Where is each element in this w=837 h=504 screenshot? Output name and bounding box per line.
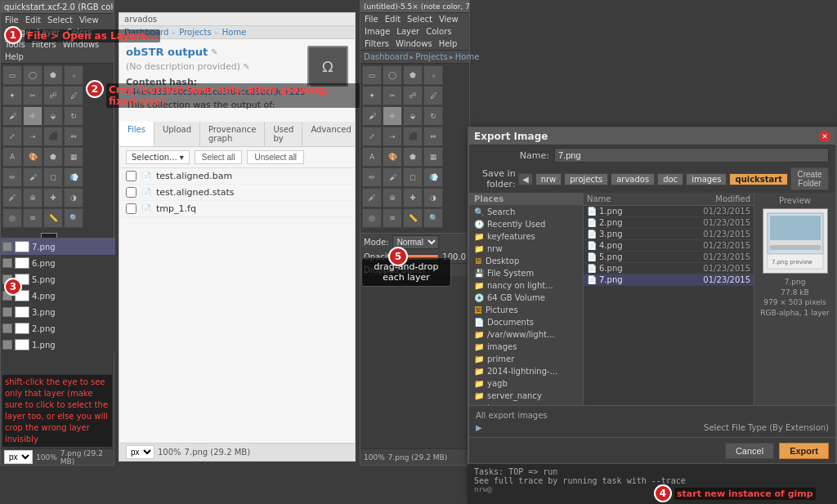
tool-heal[interactable]: ✚	[43, 188, 63, 207]
crumb-quickstart[interactable]: quickstart	[729, 173, 787, 185]
selection-dropdown[interactable]: Selection... ▾	[126, 150, 190, 164]
place-yagb[interactable]: 📁yagb	[469, 377, 583, 390]
tool-free-select[interactable]: ⬟	[43, 65, 63, 85]
tool-r-eraser[interactable]: ◻	[403, 167, 423, 187]
menu-colors-r[interactable]: Colors	[423, 26, 454, 37]
tool-r-scissors[interactable]: ✂	[383, 86, 402, 105]
tool-r-shear[interactable]: ⇢	[383, 127, 402, 146]
layer-eye-2[interactable]	[2, 323, 12, 333]
tool-measure[interactable]: 📏	[43, 208, 63, 228]
tool-r-heal[interactable]: ✚	[403, 188, 423, 207]
tab-provenance[interactable]: Provenance graph	[200, 122, 265, 146]
menu-help[interactable]: Help	[2, 51, 26, 62]
place-varwww[interactable]: 📁/var/www/light...	[469, 328, 583, 341]
select-file-type-row[interactable]: ▶ Select File Type (By Extension)	[476, 421, 829, 434]
tool-colorpicker[interactable]: 🔍	[64, 208, 83, 228]
tool-flip[interactable]: ⇔	[64, 127, 83, 146]
tool-scissors[interactable]: ✂	[23, 86, 43, 105]
place-2014[interactable]: 📁2014-lightning-...	[469, 365, 583, 377]
tool-r-ink[interactable]: 🖋	[362, 188, 382, 207]
menu-layer-r[interactable]: Layer	[394, 26, 422, 37]
tool-dodge[interactable]: ◑	[64, 188, 83, 207]
place-beacon[interactable]: 📁beacon	[469, 402, 583, 405]
place-server-nancy[interactable]: 📁server_nancy	[469, 390, 583, 402]
tool-airbrush[interactable]: 💨	[64, 167, 83, 187]
tab-upload[interactable]: Upload	[154, 122, 200, 146]
crumb-nrw[interactable]: nrw	[535, 173, 562, 185]
tool-color-balance[interactable]: 🎨	[23, 147, 43, 167]
menu-select-r[interactable]: Select	[405, 14, 435, 25]
tool-perspective[interactable]: ⬛	[43, 127, 63, 146]
tool-r-fuzzy[interactable]: ⬦	[423, 65, 443, 85]
tab-advanced[interactable]: Advanced	[302, 122, 356, 146]
tool-r-pencil[interactable]: ✏	[362, 167, 382, 187]
tool-rect-select[interactable]: ▭	[2, 65, 22, 85]
place-64gb[interactable]: 💿64 GB Volume	[469, 292, 583, 304]
tool-clone[interactable]: ⊕	[23, 188, 43, 207]
tool-foreground-select[interactable]: ☍	[43, 86, 63, 105]
tool-r-paths[interactable]: 🖊	[423, 86, 443, 105]
tool-text[interactable]: A	[2, 147, 22, 167]
tool-r-measure[interactable]: 📏	[403, 208, 423, 228]
tool-r-free[interactable]: ⬟	[403, 65, 423, 85]
tool-shear[interactable]: ⇢	[23, 127, 43, 146]
menu-file[interactable]: File	[2, 15, 21, 25]
export-btn[interactable]: Export	[779, 443, 829, 459]
select-file-type-label[interactable]: Select File Type (By Extension)	[704, 423, 829, 432]
tool-r-dodge[interactable]: ◑	[423, 188, 443, 207]
unit-select-left[interactable]: px	[4, 450, 33, 464]
layer-eye-7[interactable]	[2, 242, 12, 252]
tool-r-smudge[interactable]: ≋	[383, 208, 402, 228]
tool-ellipse-select[interactable]: ◯	[23, 65, 43, 85]
tool-r-picker[interactable]: 🔍	[423, 208, 443, 228]
tool-r-move[interactable]: ✛	[383, 106, 402, 126]
tab-files[interactable]: Files	[119, 122, 154, 146]
tool-blur[interactable]: ◎	[2, 208, 22, 228]
gimp-menubar-right[interactable]: File Edit Select View Image Layer Colors…	[360, 13, 469, 51]
tab-usedby[interactable]: Used by	[265, 122, 302, 146]
tool-move[interactable]: ✛	[23, 106, 43, 126]
file-item-2[interactable]: 📄 test.aligned.stats	[119, 185, 355, 201]
tool-paint[interactable]: 🖌	[2, 106, 22, 126]
tool-r-rect[interactable]: ▭	[362, 65, 382, 85]
layer-row-7[interactable]: 7.png	[1, 239, 115, 255]
place-images[interactable]: 📁images	[469, 341, 583, 353]
file-row-7[interactable]: 📄7.png 01/23/2015	[584, 274, 754, 286]
layer-row-1[interactable]: 1.png	[1, 337, 115, 353]
layer-eye-3[interactable]	[2, 307, 12, 317]
tool-r-blur[interactable]: ◎	[362, 208, 382, 228]
nav-projects[interactable]: Projects	[179, 28, 211, 37]
tool-r-flip[interactable]: ⇔	[423, 127, 443, 146]
right-nav-projects[interactable]: Projects	[415, 52, 447, 61]
nav-home[interactable]: Home	[222, 28, 247, 37]
output-edit-icon[interactable]: ✎	[211, 47, 217, 56]
cancel-btn[interactable]: Cancel	[725, 443, 774, 459]
place-nancy[interactable]: 📁nancy on light...	[469, 279, 583, 292]
place-search[interactable]: 🔍Search	[469, 206, 583, 218]
place-desktop[interactable]: 🖥Desktop	[469, 255, 583, 267]
file-row-1[interactable]: 📄1.png 01/23/2015	[584, 206, 754, 217]
place-filesystem[interactable]: 💾File System	[469, 267, 583, 279]
description-edit-icon[interactable]: ✎	[244, 62, 250, 71]
menu-image-r[interactable]: Image	[362, 26, 392, 37]
tool-r-ellipse[interactable]: ◯	[383, 65, 402, 85]
crumb-arvados[interactable]: arvados	[611, 173, 655, 185]
tool-fuzzy-select[interactable]: ⬦	[64, 65, 83, 85]
tool-r-crop[interactable]: ⬙	[403, 106, 423, 126]
tool-scale[interactable]: ⤢	[2, 127, 22, 146]
place-nrw[interactable]: 📁nrw	[469, 243, 583, 255]
crumb-projects[interactable]: projects	[564, 173, 608, 185]
menu-edit-r[interactable]: Edit	[383, 14, 403, 25]
file-checkbox-1[interactable]	[126, 171, 137, 181]
layer-eye-1[interactable]	[2, 340, 12, 350]
layer-row-2[interactable]: 2.png	[1, 320, 115, 337]
menu-windows-r[interactable]: Windows	[393, 38, 435, 49]
place-primer[interactable]: 📁primer	[469, 353, 583, 365]
crumb-doc[interactable]: doc	[657, 173, 683, 185]
tool-r-brush[interactable]: 🖌	[383, 167, 402, 187]
place-recent[interactable]: 🕐Recently Used	[469, 218, 583, 230]
tool-r-scale[interactable]: ⤢	[362, 127, 382, 146]
file-checkbox-2[interactable]	[126, 187, 137, 198]
dialog-close-btn[interactable]: ✕	[819, 131, 830, 142]
tool-eraser[interactable]: ◻	[43, 167, 63, 187]
